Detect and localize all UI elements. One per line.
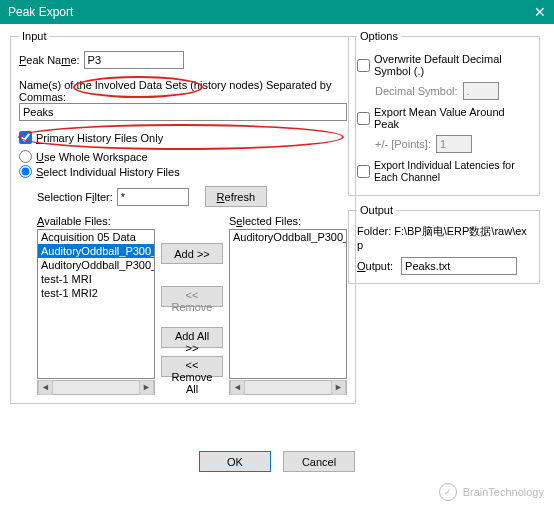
list-item[interactable]: Acquisition 05 Data	[38, 230, 154, 244]
titlebar: Peak Export ✕	[0, 0, 554, 24]
decimal-symbol-input	[463, 82, 499, 100]
use-whole-label: Use Whole Workspace	[36, 151, 148, 163]
list-item[interactable]: test-1 MRI2	[38, 286, 154, 300]
points-input	[436, 135, 472, 153]
window-title: Peak Export	[8, 5, 73, 19]
peak-name-input[interactable]	[84, 51, 184, 69]
selected-label: Selected Files:	[229, 215, 347, 227]
refresh-button[interactable]: Refresh	[205, 186, 267, 207]
list-item[interactable]: test-1 MRI	[38, 272, 154, 286]
input-legend: Input	[19, 30, 49, 42]
close-icon[interactable]: ✕	[534, 4, 546, 20]
export-latencies-checkbox[interactable]	[357, 165, 370, 178]
available-label: Available Files:	[37, 215, 155, 227]
export-latencies-label: Export Individual Latencies for Each Cha…	[374, 159, 531, 183]
export-mean-checkbox[interactable]	[357, 112, 370, 125]
options-group: Options Overwrite Default Decimal Symbol…	[348, 30, 540, 196]
decimal-symbol-label: Decimal Symbol:	[375, 85, 458, 97]
add-button[interactable]: Add >>	[161, 243, 223, 264]
selected-files-listbox[interactable]: AuditoryOddball_P300_1	[229, 229, 347, 379]
list-item[interactable]: AuditoryOddball_P300_3	[38, 258, 154, 272]
peak-name-label: Peak Name:	[19, 54, 80, 66]
output-input[interactable]	[401, 257, 517, 275]
scroll-left-icon[interactable]: ◄	[230, 380, 245, 395]
select-individual-label: Select Individual History Files	[36, 166, 180, 178]
list-item[interactable]: AuditoryOddball_P300_2	[38, 244, 154, 258]
points-label: +/- [Points]:	[375, 138, 431, 150]
scroll-left-icon[interactable]: ◄	[38, 380, 53, 395]
output-group: Output Folder: F:\BP脑电\ERP数据\raw\exp Out…	[348, 204, 540, 284]
watermark: ✓ BrainTechnology	[439, 483, 544, 501]
primary-only-checkbox[interactable]	[19, 131, 32, 144]
remove-all-button[interactable]: << Remove All	[161, 356, 223, 377]
scroll-right-icon[interactable]: ►	[331, 380, 346, 395]
selection-filter-label: Selection Filter:	[37, 191, 113, 203]
datasets-input[interactable]	[19, 103, 347, 121]
use-whole-radio[interactable]	[19, 150, 32, 163]
options-legend: Options	[357, 30, 401, 42]
export-mean-label: Export Mean Value Around Peak	[374, 106, 531, 130]
input-group: Input Peak Name: Name(s) of the Involved…	[10, 30, 356, 404]
add-all-button[interactable]: Add All >>	[161, 327, 223, 348]
remove-button[interactable]: << Remove	[161, 286, 223, 307]
output-legend: Output	[357, 204, 396, 216]
scrollbar-horizontal[interactable]: ◄ ►	[37, 380, 155, 395]
overwrite-decimal-checkbox[interactable]	[357, 59, 370, 72]
scrollbar-horizontal[interactable]: ◄ ►	[229, 380, 347, 395]
overwrite-decimal-label: Overwrite Default Decimal Symbol (.)	[374, 53, 531, 77]
scroll-right-icon[interactable]: ►	[139, 380, 154, 395]
datasets-label: Name(s) of the Involved Data Sets (histo…	[19, 79, 331, 103]
ok-button[interactable]: OK	[199, 451, 271, 472]
list-item[interactable]: AuditoryOddball_P300_1	[230, 230, 346, 244]
primary-only-label: Primary History Files Only	[36, 132, 163, 144]
folder-path: Folder: F:\BP脑电\ERP数据\raw\exp	[357, 224, 531, 251]
select-individual-radio[interactable]	[19, 165, 32, 178]
cancel-button[interactable]: Cancel	[283, 451, 355, 472]
selection-filter-input[interactable]	[117, 188, 189, 206]
available-files-listbox[interactable]: Acquisition 05 DataAuditoryOddball_P300_…	[37, 229, 155, 379]
watermark-text: BrainTechnology	[463, 486, 544, 498]
wechat-icon: ✓	[439, 483, 457, 501]
output-label: Output:	[357, 260, 393, 272]
